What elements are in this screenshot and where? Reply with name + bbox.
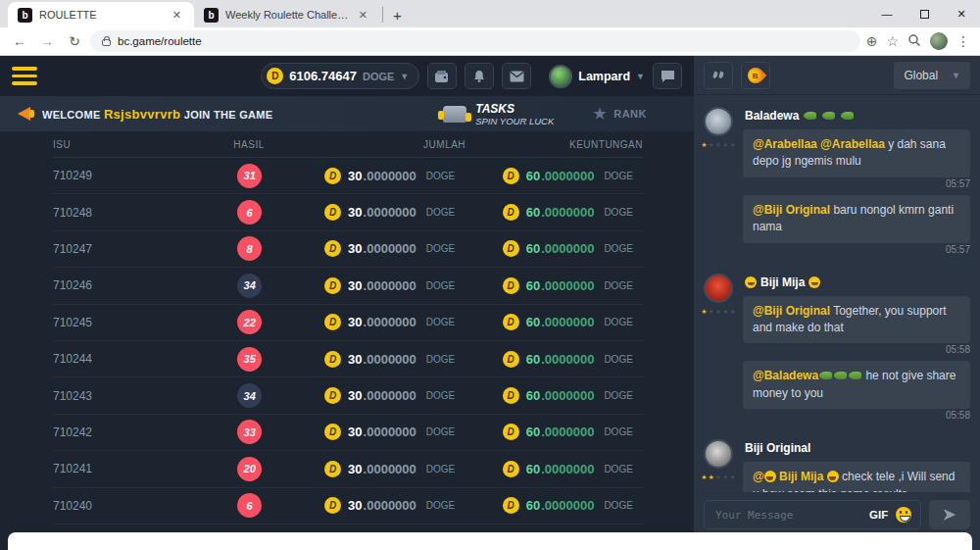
tab-close-icon[interactable]: ✕ bbox=[356, 8, 370, 23]
reload-icon[interactable]: ↻ bbox=[63, 33, 86, 49]
star-icon: ★ bbox=[729, 141, 735, 149]
amount-integer: 30 bbox=[348, 315, 362, 329]
user-mention[interactable]: @Arabellaa bbox=[753, 137, 817, 151]
doge-coin-icon: D bbox=[324, 497, 341, 514]
new-tab-button[interactable]: + bbox=[385, 7, 412, 27]
rank-label: RANK bbox=[613, 108, 647, 120]
tab-close-icon[interactable]: ✕ bbox=[170, 8, 184, 23]
table-row[interactable]: 71024435D30.0000000DOGED60.0000000DOGE bbox=[53, 341, 643, 377]
hamburger-menu-icon[interactable] bbox=[12, 67, 37, 85]
tasks-button[interactable]: TASKS SPIN YOUR LUCK bbox=[443, 102, 554, 126]
star-icon: ★ bbox=[701, 308, 707, 316]
chat-username[interactable]: Biji Original bbox=[745, 441, 970, 455]
message-bubble: @Biji Original Together, you support and… bbox=[743, 296, 970, 344]
table-row[interactable]: 7102406D30.0000000DOGED60.0000000DOGE bbox=[53, 488, 643, 525]
doge-coin-icon: D bbox=[324, 424, 341, 440]
lizard-emoji-icon bbox=[804, 112, 816, 120]
result-cell: 6 bbox=[174, 200, 324, 225]
user-mention[interactable]: @Biji Original bbox=[753, 203, 830, 217]
table-row[interactable]: 71024120D30.0000000DOGED60.0000000DOGE bbox=[53, 451, 643, 487]
window-maximize-button[interactable] bbox=[906, 0, 943, 27]
doge-coin-icon: D bbox=[503, 277, 519, 294]
bet-id: 710242 bbox=[53, 425, 174, 439]
browser-profile-avatar[interactable] bbox=[930, 32, 948, 50]
balance-amount: 6106.74647 bbox=[289, 69, 357, 83]
amount-decimals: .0000000 bbox=[541, 241, 594, 256]
chat-message: @Biji Original Together, you support and… bbox=[743, 296, 970, 354]
amount-currency: DOGE bbox=[604, 354, 632, 365]
result-number-badge: 8 bbox=[237, 236, 262, 261]
message-input[interactable] bbox=[713, 508, 861, 523]
chat-header: B Global ▼ bbox=[694, 56, 980, 95]
amount-decimals: .0000000 bbox=[364, 241, 416, 256]
doge-coin-icon: D bbox=[324, 277, 341, 294]
doge-coin-icon: D bbox=[503, 351, 519, 368]
avatar[interactable] bbox=[704, 107, 733, 136]
rank-button[interactable]: ★ RANK bbox=[593, 105, 647, 123]
address-bar[interactable]: bc.game/roulette bbox=[90, 30, 860, 52]
forward-icon[interactable]: → bbox=[35, 33, 59, 49]
grin-emoji-icon bbox=[808, 276, 820, 288]
chat-messages: ★★★★★Baladewa@Arabellaa @Arabellaa y dah… bbox=[694, 95, 980, 492]
amount-integer: 60 bbox=[526, 425, 540, 439]
table-row[interactable]: 7102478D30.0000000DOGED60.0000000DOGE bbox=[53, 231, 643, 268]
table-row[interactable]: 71024931D30.0000000DOGED60.0000000DOGE bbox=[53, 158, 643, 194]
doge-coin-icon: D bbox=[324, 387, 341, 404]
wallet-button[interactable] bbox=[427, 63, 457, 89]
user-mention[interactable]: @ bbox=[753, 470, 764, 483]
chat-toggle-button[interactable] bbox=[653, 63, 682, 89]
bet-amount: D30.0000000DOGE bbox=[324, 461, 503, 477]
window-close-button[interactable]: ✕ bbox=[943, 0, 980, 27]
bet-amount: D30.0000000DOGE bbox=[324, 168, 503, 184]
user-mention[interactable]: @Baladewa bbox=[753, 369, 818, 382]
table-row[interactable]: 71024522D30.0000000DOGED60.0000000DOGE bbox=[53, 305, 643, 341]
user-mention[interactable]: @Arabellaa bbox=[820, 137, 885, 151]
browser-menu-icon[interactable]: ⋮ bbox=[956, 33, 970, 49]
gif-button[interactable]: GIF bbox=[869, 509, 888, 521]
profit-amount: D60.0000000DOGE bbox=[503, 168, 643, 184]
user-mention[interactable]: @Biji Original bbox=[753, 304, 830, 318]
star-icon: ★ bbox=[701, 141, 707, 149]
doge-coin-icon: D bbox=[267, 68, 283, 84]
doge-coin-icon: D bbox=[324, 168, 341, 184]
search-extension-icon[interactable] bbox=[907, 33, 921, 50]
balance-dropdown[interactable]: D 6106.74647 DOGE ▼ bbox=[261, 63, 419, 89]
notifications-bell-button[interactable] bbox=[465, 63, 494, 89]
amount-decimals: .0000000 bbox=[364, 278, 416, 293]
message-input-box[interactable]: GIF bbox=[704, 500, 921, 529]
star-icon: ★ bbox=[722, 141, 728, 149]
results-header-row: ISU HASIL JUMLAH KEUNTUNGAN bbox=[53, 131, 643, 158]
coin-drop-button[interactable]: B bbox=[741, 62, 770, 89]
amount-currency: DOGE bbox=[426, 500, 455, 511]
results-table: ISU HASIL JUMLAH KEUNTUNGAN 71024931D30.… bbox=[0, 131, 694, 550]
table-row[interactable]: 71024233D30.0000000DOGED60.0000000DOGE bbox=[53, 415, 643, 451]
back-icon[interactable]: ← bbox=[8, 33, 31, 49]
table-row[interactable]: 71024334D30.0000000DOGED60.0000000DOGE bbox=[53, 377, 643, 414]
chat-username[interactable]: Baladewa bbox=[745, 109, 970, 123]
chat-channel-dropdown[interactable]: Global ▼ bbox=[894, 62, 970, 89]
user-mention[interactable]: Biji Mija bbox=[776, 470, 827, 483]
tab-weekly-challenge[interactable]: b Weekly Roulette Challenge - Win ✕ bbox=[194, 2, 380, 27]
browser-navbar: ← → ↻ bc.game/roulette ⊕ ☆ ⋮ bbox=[0, 27, 980, 56]
chat-username[interactable]: Biji Mija bbox=[745, 275, 970, 289]
doge-coin-icon: D bbox=[503, 461, 519, 477]
bet-amount: D30.0000000DOGE bbox=[324, 314, 503, 330]
circle-plus-icon[interactable]: ⊕ bbox=[866, 33, 878, 49]
bet-id: 710243 bbox=[53, 389, 174, 403]
window-minimize-button[interactable]: — bbox=[868, 0, 906, 27]
mail-button[interactable] bbox=[502, 63, 531, 89]
tab-roulette[interactable]: b ROULETTE ✕ bbox=[8, 2, 194, 27]
user-menu[interactable]: Lampard ▼ bbox=[549, 65, 645, 88]
avatar[interactable] bbox=[704, 274, 733, 303]
table-row[interactable]: 7102486D30.0000000DOGED60.0000000DOGE bbox=[53, 194, 643, 230]
rain-button[interactable] bbox=[704, 62, 733, 89]
amount-decimals: .0000000 bbox=[541, 352, 594, 367]
table-row[interactable]: 71024634D30.0000000DOGED60.0000000DOGE bbox=[53, 268, 643, 304]
bookmark-star-icon[interactable]: ☆ bbox=[886, 33, 899, 49]
avatar[interactable] bbox=[704, 439, 733, 469]
profit-amount: D60.0000000DOGE bbox=[503, 387, 643, 404]
emoji-picker-icon[interactable] bbox=[896, 507, 911, 523]
send-message-button[interactable] bbox=[929, 500, 970, 529]
bet-amount: D30.0000000DOGE bbox=[324, 204, 503, 221]
amount-integer: 60 bbox=[526, 315, 540, 329]
